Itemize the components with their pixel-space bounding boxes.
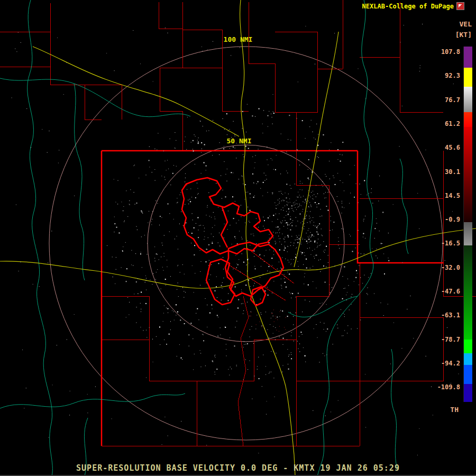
colorbar-segment — [464, 353, 472, 365]
radar-map: 100 NMI 50 NMI — [0, 0, 476, 476]
brand: NEXLAB-College of DuPage — [362, 2, 464, 10]
colorbar-tick-label: -0.9 — [445, 216, 460, 223]
highway-lines — [0, 0, 476, 476]
colorbar-segment — [464, 245, 472, 340]
range-ring-label-50: 50 NMI — [227, 137, 252, 145]
brand-text: NEXLAB-College of DuPage — [362, 3, 454, 10]
status-bar: SUPER-RESOLUTION BASE VELOCITY 0.0 DEG -… — [0, 463, 476, 473]
colorbar-segment — [464, 87, 472, 112]
colorbar-tick-label: 14.5 — [445, 192, 460, 199]
metro-boundary-north — [182, 178, 273, 254]
colorbar-unit-vel: VEL — [455, 19, 472, 30]
colorbar-tick-label: -47.6 — [441, 288, 460, 295]
colorbar-tick-label: -63.1 — [441, 312, 460, 319]
colorbar-tick-label: 107.8 — [441, 48, 460, 56]
colorbar-segment — [464, 384, 472, 402]
range-ring-label-100: 100 NMI — [224, 35, 253, 43]
colorbar-tick-label: -32.0 — [441, 264, 460, 271]
colorbar-th-label: TH — [450, 406, 459, 414]
colorbar-tick-label: 61.2 — [445, 120, 460, 127]
colorbar-tick-label: -16.5 — [441, 240, 460, 247]
colorbar-tick-label: -94.2 — [441, 360, 460, 367]
colorbar-tick-label: 45.6 — [445, 144, 460, 151]
dupage-logo-icon — [456, 2, 464, 10]
colorbar-segment — [464, 222, 472, 245]
colorbar-segment — [464, 340, 472, 353]
colorbar-segment — [464, 68, 472, 87]
river-lines — [0, 0, 408, 476]
colorbar-segment — [464, 112, 472, 127]
colorbar-tick-label: 92.3 — [445, 72, 460, 79]
colorbar — [463, 47, 472, 402]
colorbar-tick-label: -109.8 — [437, 383, 460, 391]
colorbar-segment — [464, 47, 472, 68]
colorbar-unit-label: VEL [KT] — [455, 19, 472, 40]
colorbar-tick-label: -78.7 — [441, 336, 460, 343]
colorbar-tick-label: 76.7 — [445, 96, 460, 104]
radar-screen: 100 NMI 50 NMI NEXLAB-College of DuPage … — [0, 0, 476, 476]
colorbar-tick-label: 30.1 — [445, 168, 460, 176]
colorbar-unit-kt: [KT] — [455, 30, 472, 40]
radar-echoes — [12, 24, 466, 455]
metro-boundary-divider — [221, 207, 227, 248]
colorbar-segment — [464, 365, 472, 384]
colorbar-segment — [464, 127, 472, 222]
county-lines — [0, 0, 476, 446]
